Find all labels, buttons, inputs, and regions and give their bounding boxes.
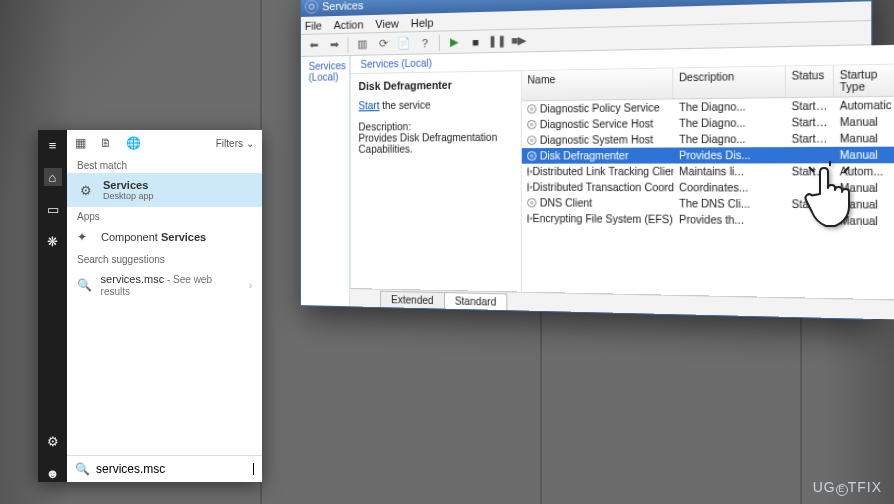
chevron-down-icon: ⌄ — [246, 138, 254, 149]
apps-label: Apps — [67, 207, 262, 224]
service-gear-icon — [527, 104, 536, 113]
list-rows: Diagnostic Policy ServiceThe Diagno...St… — [522, 97, 894, 230]
description-text: Provides Disk Defragmentation Capabiliti… — [359, 132, 513, 155]
selected-service-name: Disk Defragmenter — [359, 78, 513, 93]
refresh-button[interactable]: ⟳ — [374, 34, 392, 53]
suggestions-label: Search suggestions — [67, 250, 262, 267]
menu-action[interactable]: Action — [334, 18, 364, 31]
list-header[interactable]: Name Description Status Startup Type — [522, 65, 894, 102]
table-row[interactable]: Disk DefragmenterProvides Dis...Manual — [522, 147, 894, 164]
best-match-subtitle: Desktop app — [103, 191, 154, 201]
suggestion-text: services.msc - See web results — [101, 273, 241, 297]
export-button[interactable]: 📄 — [395, 34, 413, 53]
pause-button[interactable]: ❚❚ — [488, 32, 507, 51]
search-input-row: 🔍 — [67, 455, 262, 482]
left-pane-label: Services (Local) — [309, 60, 346, 83]
watermark: UGETFIX — [813, 479, 882, 496]
chevron-right-icon: › — [249, 280, 252, 291]
service-gear-icon — [527, 151, 536, 160]
right-pane: Services (Local) Disk Defragmenter Start… — [351, 45, 894, 320]
search-body: ▦ 🗎 🌐 Filters ⌄ Best match ⚙ Services De… — [67, 130, 262, 482]
start-button[interactable]: ▶ — [445, 33, 463, 52]
filters-label: Filters — [216, 138, 243, 149]
show-hide-button[interactable]: ▥ — [353, 35, 371, 54]
table-row[interactable]: Distributed Transaction Coordin...Coordi… — [522, 179, 894, 196]
window-title: Services — [322, 0, 363, 12]
start-service-link[interactable]: Start — [359, 100, 380, 111]
hamburger-icon[interactable]: ≡ — [44, 136, 62, 154]
left-pane: Services (Local) — [301, 56, 351, 306]
search-input[interactable] — [96, 462, 246, 476]
search-icon: 🔍 — [77, 278, 93, 292]
restart-button[interactable]: ■▶ — [509, 31, 528, 50]
forward-button[interactable]: ➡ — [325, 35, 343, 54]
best-match-item[interactable]: ⚙ Services Desktop app — [67, 173, 262, 207]
service-gear-icon — [527, 182, 529, 191]
col-name[interactable]: Name — [522, 69, 673, 101]
services-app-icon — [305, 0, 319, 14]
best-match-title: Services — [103, 179, 154, 191]
ring-e-icon: E — [836, 484, 848, 496]
col-status[interactable]: Status — [786, 66, 834, 97]
apps-item-text: Component Services — [101, 231, 206, 243]
table-row[interactable]: Encrypting File System (EFS)Provides th.… — [522, 211, 894, 230]
settings-category-icon[interactable]: ❋ — [44, 232, 62, 250]
back-button[interactable]: ⬅ — [305, 36, 322, 54]
apps-item-component-services[interactable]: ✦ Component Services — [67, 224, 262, 250]
table-row[interactable]: Diagnostic System HostThe Diagno...Start… — [522, 130, 894, 148]
services-window-wrap: Services ━ ▢ ✕ File Action View Help ⬅ ➡… — [300, 0, 860, 346]
left-tree-item[interactable]: Services (Local) — [305, 60, 346, 83]
window-body: Services (Local) Services (Local) Disk D… — [301, 45, 871, 318]
col-description[interactable]: Description — [673, 67, 786, 99]
scope-doc-icon[interactable]: 🗎 — [100, 136, 112, 150]
tab-standard[interactable]: Standard — [444, 292, 508, 310]
service-gear-icon — [527, 198, 536, 207]
service-list: Name Description Status Startup Type Dia… — [522, 65, 894, 300]
text-caret — [253, 463, 254, 475]
menu-help[interactable]: Help — [411, 16, 434, 29]
filters-dropdown[interactable]: Filters ⌄ — [216, 138, 254, 149]
service-gear-icon — [527, 214, 529, 223]
search-icon: 🔍 — [75, 462, 90, 476]
right-content: Disk Defragmenter Start the service Desc… — [351, 65, 894, 300]
service-gear-icon — [527, 120, 536, 129]
search-scope-bar: ▦ 🗎 🌐 Filters ⌄ — [67, 130, 262, 156]
apps-icon[interactable]: ▭ — [44, 200, 62, 218]
start-search-panel: ≡ ⌂ ▭ ❋ ⚙ ☻ ▦ 🗎 🌐 Filters ⌄ Best match ⚙… — [38, 130, 262, 482]
table-row[interactable]: Distributed Link Tracking ClientMaintain… — [522, 163, 894, 180]
search-sidebar: ≡ ⌂ ▭ ❋ ⚙ ☻ — [38, 130, 67, 482]
service-gear-icon — [527, 136, 536, 145]
service-gear-icon — [527, 167, 529, 176]
help-button[interactable]: ? — [416, 33, 434, 52]
scope-web-icon[interactable]: 🌐 — [126, 136, 141, 150]
scope-app-icon[interactable]: ▦ — [75, 136, 86, 150]
services-window: Services ━ ▢ ✕ File Action View Help ⬅ ➡… — [300, 0, 872, 320]
menu-view[interactable]: View — [375, 17, 398, 30]
start-service-line: Start the service — [359, 98, 513, 111]
home-icon[interactable]: ⌂ — [44, 168, 62, 186]
stop-button[interactable]: ■ — [466, 32, 484, 51]
feedback-icon[interactable]: ☻ — [44, 464, 62, 482]
gear-icon[interactable]: ⚙ — [44, 432, 62, 450]
col-startup-type[interactable]: Startup Type — [834, 65, 894, 97]
component-services-icon: ✦ — [77, 230, 93, 244]
tab-extended[interactable]: Extended — [380, 291, 444, 309]
best-match-label: Best match — [67, 156, 262, 173]
suggestion-item[interactable]: 🔍 services.msc - See web results › — [67, 267, 262, 303]
right-pane-label: Services (Local) — [361, 57, 432, 70]
menu-file[interactable]: File — [305, 19, 322, 31]
services-gear-icon: ⚙ — [77, 181, 95, 199]
detail-column: Disk Defragmenter Start the service Desc… — [351, 71, 522, 291]
